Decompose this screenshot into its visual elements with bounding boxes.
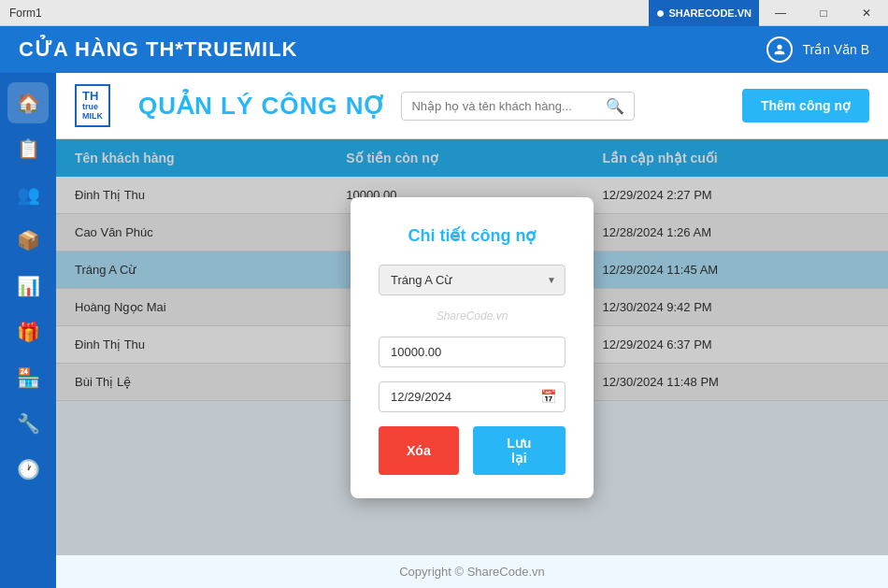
table-container: Tên khách hàng Số tiền còn nợ Lần cập nh… — [56, 139, 888, 555]
sharecode-logo: ● SHARECODE.VN — [649, 0, 759, 26]
search-box[interactable]: 🔍 — [401, 92, 635, 121]
sidebar-item-history[interactable]: 🕐 — [7, 449, 49, 490]
date-input[interactable] — [379, 381, 566, 412]
sidebar-item-orders[interactable]: 📋 — [7, 128, 49, 169]
modal-watermark: ShareCode.vn — [379, 309, 566, 323]
sidebar-item-store[interactable]: 🏪 — [7, 357, 49, 398]
footer: Copyright © ShareCode.vn — [56, 555, 888, 588]
search-icon: 🔍 — [606, 97, 624, 115]
title-bar-text: Form1 — [9, 7, 42, 20]
brand-logo: TH true MILK — [75, 84, 110, 127]
content-area: TH true MILK QUẢN LÝ CÔNG NỢ 🔍 Thêm công… — [56, 73, 888, 588]
user-name: Trần Văn B — [802, 42, 869, 57]
modal-dialog: Chi tiết công nợ Tráng A Cừ ShareCode.vn — [351, 197, 594, 498]
footer-text: Copyright © ShareCode.vn — [399, 565, 545, 579]
page-title: QUẢN LÝ CÔNG NỢ — [138, 92, 387, 121]
sidebar: 🏠 📋 👥 📦 📊 🎁 🏪 🔧 🕐 — [0, 73, 56, 588]
search-input[interactable] — [411, 99, 606, 113]
sidebar-item-settings[interactable]: 🔧 — [7, 403, 49, 444]
sidebar-item-customers[interactable]: 👥 — [7, 174, 49, 215]
delete-button[interactable]: Xóa — [379, 426, 459, 475]
customer-field: Tráng A Cừ — [379, 265, 566, 295]
date-field — [379, 381, 566, 412]
save-button[interactable]: Lưu lại — [473, 426, 566, 475]
sidebar-item-products[interactable]: 📦 — [7, 220, 49, 261]
modal-title: Chi tiết công nợ — [379, 225, 566, 246]
amount-field — [379, 337, 566, 367]
title-bar: Form1 ● SHARECODE.VN — □ ✕ — [0, 0, 888, 26]
app-header: CỬA HÀNG TH*TRUEMILK Trần Văn B — [0, 26, 888, 73]
sidebar-item-home[interactable]: 🏠 — [7, 82, 49, 123]
close-button[interactable]: ✕ — [845, 0, 888, 26]
page-title-section: TH true MILK QUẢN LÝ CÔNG NỢ 🔍 — [75, 84, 742, 127]
add-debt-button[interactable]: Thêm công nợ — [742, 89, 869, 122]
minimize-button[interactable]: — — [759, 0, 802, 26]
amount-input[interactable] — [379, 337, 566, 367]
maximize-button[interactable]: □ — [802, 0, 845, 26]
sidebar-item-reports[interactable]: 📊 — [7, 265, 49, 307]
sidebar-item-promotions[interactable]: 🎁 — [7, 311, 49, 352]
modal-overlay: Chi tiết công nợ Tráng A Cừ ShareCode.vn — [56, 139, 888, 555]
modal-buttons: Xóa Lưu lại — [379, 426, 566, 475]
customer-select[interactable]: Tráng A Cừ — [379, 265, 566, 295]
page-header: TH true MILK QUẢN LÝ CÔNG NỢ 🔍 Thêm công… — [56, 73, 888, 139]
app-title: CỬA HÀNG TH*TRUEMILK — [19, 37, 298, 62]
user-icon — [766, 36, 793, 63]
